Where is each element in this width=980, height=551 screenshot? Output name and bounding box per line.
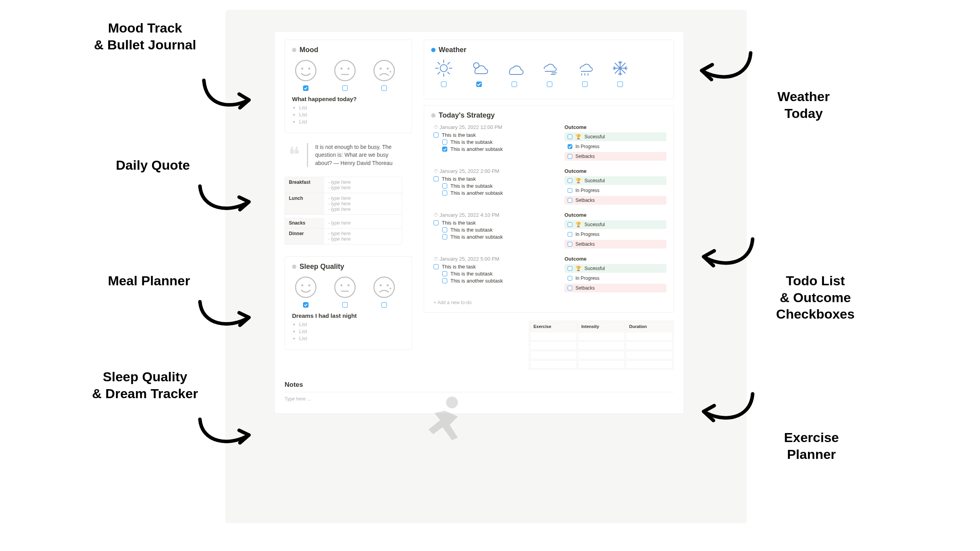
checkbox[interactable] (434, 264, 439, 269)
journal-list[interactable]: ListListList (299, 105, 405, 125)
task-row[interactable]: This is the subtask (442, 227, 553, 233)
weather-cloudy[interactable] (505, 59, 524, 87)
task-row[interactable]: This is the task (434, 264, 553, 270)
checkbox[interactable] (568, 286, 572, 290)
outcome-sucessful[interactable]: 🏆Sucessful (564, 220, 666, 229)
outcome-setbacks[interactable]: Setbacks (564, 284, 666, 292)
checkbox[interactable] (442, 227, 447, 232)
face-neutral[interactable] (333, 276, 357, 308)
ex-cell[interactable] (578, 341, 625, 350)
list-item[interactable]: List (299, 112, 405, 118)
checkbox[interactable] (381, 85, 387, 91)
ex-cell[interactable] (530, 341, 577, 350)
checkbox[interactable] (568, 178, 572, 183)
checkbox[interactable] (342, 85, 348, 91)
task-row[interactable]: This is the task (434, 220, 553, 226)
meal-value[interactable]: - type here- type here (324, 228, 402, 244)
meal-value[interactable]: - type here- type here (324, 177, 402, 193)
checkbox[interactable] (442, 147, 447, 152)
outcome-sucessful[interactable]: 🏆Sucessful (564, 264, 666, 273)
meal-table[interactable]: Breakfast- type here- type hereLunch- ty… (285, 177, 402, 245)
weather-windy[interactable] (540, 59, 559, 87)
task-row[interactable]: This is another subtask (442, 146, 553, 152)
checkbox[interactable] (303, 85, 309, 91)
ex-cell[interactable] (626, 332, 673, 341)
checkbox[interactable] (512, 82, 517, 87)
task-row[interactable]: This is the task (434, 176, 553, 182)
checkbox[interactable] (476, 82, 482, 87)
face-sad[interactable] (372, 276, 396, 308)
checkbox[interactable] (617, 82, 623, 87)
meal-row[interactable]: Lunch- type here- type here- type here (285, 193, 402, 215)
meal-value[interactable]: - type here- type here- type here (324, 193, 402, 214)
checkbox[interactable] (568, 154, 572, 159)
face-neutral[interactable] (333, 59, 357, 91)
checkbox[interactable] (568, 144, 572, 149)
checkbox[interactable] (442, 271, 447, 276)
ex-cell[interactable] (530, 351, 577, 359)
outcome-sucessful[interactable]: 🏆Sucessful (564, 176, 666, 185)
task-row[interactable]: This is the subtask (442, 271, 553, 277)
outcome-sucessful[interactable]: 🏆Sucessful (564, 132, 666, 141)
checkbox[interactable] (442, 278, 447, 283)
task-row[interactable]: This is the subtask (442, 139, 553, 145)
ex-cell[interactable] (530, 332, 577, 341)
checkbox[interactable] (582, 82, 588, 87)
task-row[interactable]: This is the task (434, 132, 553, 138)
list-item[interactable]: List (299, 321, 405, 327)
ex-cell[interactable] (578, 332, 625, 341)
checkbox[interactable] (434, 220, 439, 225)
outcome-setbacks[interactable]: Setbacks (564, 240, 666, 248)
checkbox[interactable] (568, 222, 572, 227)
ex-cell[interactable] (578, 351, 625, 359)
meal-row[interactable]: Snacks- type here (285, 215, 402, 228)
checkbox[interactable] (442, 234, 447, 239)
checkbox[interactable] (441, 82, 446, 87)
list-item[interactable]: List (299, 105, 405, 111)
add-todo[interactable]: Add a new to-do (434, 300, 666, 305)
ex-cell[interactable] (578, 360, 625, 369)
ex-cell[interactable] (626, 341, 673, 350)
checkbox[interactable] (442, 190, 447, 196)
checkbox[interactable] (568, 198, 572, 203)
checkbox[interactable] (434, 176, 439, 181)
meal-value[interactable]: - type here (324, 218, 402, 228)
outcome-in-progress[interactable]: In Progress (564, 186, 666, 195)
checkbox[interactable] (568, 242, 572, 246)
list-item[interactable]: List (299, 328, 405, 334)
task-row[interactable]: This is another subtask (442, 278, 553, 284)
exercise-table[interactable]: ExerciseIntensityDuration (529, 321, 674, 370)
checkbox[interactable] (568, 266, 572, 271)
list-item[interactable]: List (299, 335, 405, 341)
dream-list[interactable]: ListListList (299, 321, 405, 341)
checkbox[interactable] (442, 140, 447, 145)
checkbox[interactable] (568, 276, 572, 281)
notes-body[interactable]: Type here ... (285, 392, 674, 402)
weather-sunny[interactable] (434, 59, 453, 87)
checkbox[interactable] (434, 132, 439, 138)
checkbox[interactable] (303, 302, 309, 308)
weather-snowy[interactable] (611, 59, 630, 87)
list-item[interactable]: List (299, 119, 405, 125)
task-row[interactable]: This is another subtask (442, 234, 553, 240)
outcome-in-progress[interactable]: In Progress (564, 274, 666, 283)
checkbox[interactable] (568, 134, 572, 139)
meal-row[interactable]: Dinner- type here- type here (285, 228, 402, 244)
weather-rainy[interactable] (575, 59, 594, 87)
meal-row[interactable]: Breakfast- type here- type here (285, 177, 402, 193)
checkbox[interactable] (547, 82, 552, 87)
checkbox[interactable] (342, 302, 348, 308)
ex-cell[interactable] (626, 351, 673, 359)
outcome-setbacks[interactable]: Setbacks (564, 196, 666, 205)
outcome-in-progress[interactable]: In Progress (564, 230, 666, 239)
checkbox[interactable] (568, 188, 572, 193)
ex-cell[interactable] (626, 360, 673, 369)
outcome-in-progress[interactable]: In Progress (564, 142, 666, 151)
face-happy[interactable] (294, 276, 318, 308)
outcome-setbacks[interactable]: Setbacks (564, 152, 666, 161)
task-row[interactable]: This is the subtask (442, 183, 553, 189)
weather-partly-cloudy[interactable] (470, 59, 488, 87)
task-row[interactable]: This is another subtask (442, 190, 553, 196)
checkbox[interactable] (442, 183, 447, 188)
checkbox[interactable] (568, 232, 572, 237)
